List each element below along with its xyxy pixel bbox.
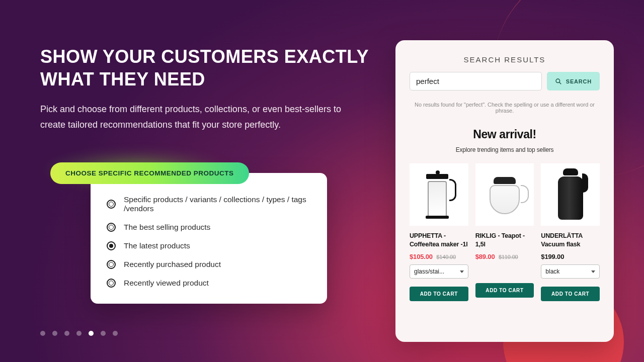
- svg-line-1: [559, 82, 561, 84]
- option-row[interactable]: The best selling products: [107, 223, 307, 232]
- pagination-dot[interactable]: [64, 331, 69, 336]
- radio-icon: [107, 241, 116, 250]
- add-to-cart-button[interactable]: ADD TO CART: [541, 287, 600, 301]
- pagination-dot[interactable]: [89, 331, 94, 336]
- svg-point-0: [556, 79, 560, 83]
- search-icon: [555, 78, 562, 85]
- radio-icon: [107, 279, 116, 288]
- pagination-dot[interactable]: [40, 331, 45, 336]
- product-grid: UPPHETTA - Coffee/tea maker -1l $105.00 …: [410, 163, 600, 301]
- option-label: The latest products: [124, 241, 190, 250]
- option-row[interactable]: Recently purchased product: [107, 260, 307, 269]
- option-label: Specific products / variants / collectio…: [124, 195, 307, 213]
- search-results-panel: SEARCH RESULTS SEARCH No results found f…: [395, 40, 614, 342]
- pagination-dot[interactable]: [52, 331, 57, 336]
- pagination-dot[interactable]: [113, 331, 118, 336]
- section-title: New arrival!: [410, 128, 600, 141]
- pagination-dots: [40, 331, 118, 336]
- price-compare: $110.00: [499, 254, 518, 260]
- product-card: RIKLIG - Teapot - 1,5l $89.00 $110.00 AD…: [475, 163, 534, 301]
- search-button-label: SEARCH: [566, 78, 592, 84]
- variant-select[interactable]: black: [541, 264, 600, 279]
- search-button[interactable]: SEARCH: [547, 72, 600, 90]
- price-current: $89.00: [475, 253, 495, 260]
- pagination-dot[interactable]: [76, 331, 82, 336]
- product-image: [410, 163, 468, 226]
- no-results-message: No results found for "perfect". Check th…: [410, 102, 600, 114]
- product-name: UNDERLÄTTA Vacuum flask: [541, 232, 600, 249]
- product-image: [541, 163, 600, 226]
- product-price: $89.00 $110.00: [475, 253, 534, 260]
- option-label: Recently purchased product: [124, 260, 221, 269]
- option-label: The best selling products: [124, 223, 210, 232]
- radio-icon: [107, 200, 116, 209]
- search-input[interactable]: [410, 72, 542, 90]
- product-name: RIKLIG - Teapot - 1,5l: [475, 232, 534, 249]
- config-area: CHOOSE SPECIFIC RECOMMENDED PRODUCTS Spe…: [50, 162, 375, 304]
- price-compare: $140.00: [436, 254, 456, 260]
- pagination-dot[interactable]: [101, 331, 106, 336]
- radio-icon: [107, 223, 116, 232]
- option-row[interactable]: The latest products: [107, 241, 307, 250]
- config-pill: CHOOSE SPECIFIC RECOMMENDED PRODUCTS: [50, 162, 249, 184]
- product-price: $199.00: [541, 253, 600, 260]
- option-row[interactable]: Specific products / variants / collectio…: [107, 195, 307, 213]
- product-image: [475, 163, 534, 226]
- add-to-cart-button[interactable]: ADD TO CART: [410, 287, 468, 301]
- panel-title: SEARCH RESULTS: [410, 55, 600, 64]
- headline: SHOW YOUR CUSTOMERS EXACTLY WHAT THEY NE…: [40, 45, 375, 90]
- variant-select[interactable]: glass/stai...: [410, 264, 468, 279]
- variant-spacer: [475, 264, 534, 279]
- price-current: $199.00: [541, 253, 564, 260]
- product-name: UPPHETTA - Coffee/tea maker -1l: [410, 232, 468, 249]
- product-price: $105.00 $140.00: [410, 253, 468, 260]
- price-current: $105.00: [410, 253, 433, 260]
- add-to-cart-button[interactable]: ADD TO CART: [475, 283, 534, 298]
- options-card: Specific products / variants / collectio…: [91, 173, 327, 304]
- option-label: Recently viewed product: [124, 279, 209, 288]
- product-card: UNDERLÄTTA Vacuum flask $199.00 black AD…: [541, 163, 600, 301]
- section-subtitle: Explore trending items and top sellers: [410, 146, 600, 153]
- product-card: UPPHETTA - Coffee/tea maker -1l $105.00 …: [410, 163, 468, 301]
- option-row[interactable]: Recently viewed product: [107, 279, 307, 288]
- subhead: Pick and choose from different products,…: [40, 102, 342, 132]
- radio-icon: [107, 260, 116, 269]
